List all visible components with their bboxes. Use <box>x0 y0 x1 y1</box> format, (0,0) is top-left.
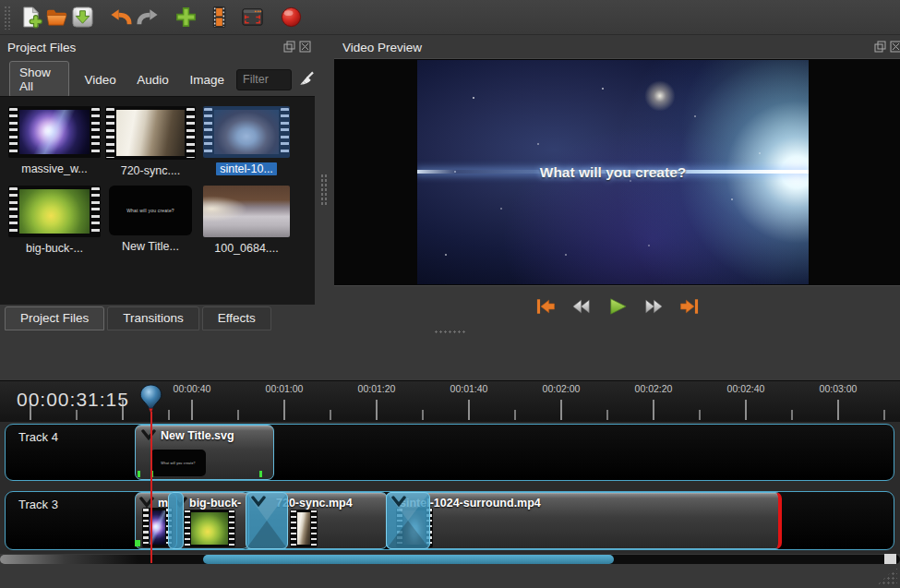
file-item-new-title[interactable]: What will you create? New Title... <box>103 186 198 253</box>
transition-menu-chevron-icon[interactable] <box>391 496 406 507</box>
file-thumbnail <box>19 189 90 234</box>
rewind-button[interactable] <box>568 294 595 318</box>
clip-label: big-buck- <box>189 497 241 510</box>
tab-effects[interactable]: Effects <box>202 306 271 330</box>
file-thumbnail <box>203 186 290 237</box>
ruler-label: 00:02:00 <box>520 383 603 394</box>
clip-label: New Title.svg <box>161 429 234 442</box>
fast-forward-button[interactable] <box>640 294 667 318</box>
file-item-100-0684[interactable]: 100_0684.... <box>199 186 294 255</box>
playhead-timecode: 00:00:31:15 <box>17 389 129 411</box>
import-files-button[interactable] <box>173 5 198 30</box>
clip-menu-chevron-icon[interactable] <box>141 429 156 440</box>
video-preview-window-controls <box>874 41 900 53</box>
fullscreen-icon <box>241 6 264 29</box>
jump-to-end-button[interactable] <box>676 294 703 318</box>
redo-icon <box>136 6 159 29</box>
file-thumbnail <box>214 110 279 154</box>
keyframe-tick <box>138 471 140 477</box>
transition-1[interactable] <box>168 492 184 549</box>
file-thumbnail <box>116 110 185 156</box>
open-project-icon <box>45 6 68 29</box>
playhead-marker[interactable] <box>139 384 162 414</box>
undo-icon <box>110 6 133 29</box>
timeline-toolbar: + − 20 seconds <box>0 338 900 380</box>
play-button[interactable] <box>604 294 631 318</box>
ruler-label: 00:01:40 <box>427 383 510 394</box>
jump-to-end-icon <box>678 297 702 316</box>
jump-to-start-button[interactable] <box>532 294 559 318</box>
save-project-button[interactable] <box>69 5 95 30</box>
float-panel-icon[interactable] <box>874 41 886 53</box>
playhead-line[interactable] <box>150 412 152 563</box>
ruler-label: 00:01:00 <box>243 383 326 394</box>
import-files-icon <box>174 6 198 29</box>
fullscreen-button[interactable] <box>239 5 265 30</box>
video-preview-frame: What will you create? <box>417 60 809 284</box>
filter-tab-show-all[interactable]: Show All <box>9 61 69 98</box>
file-label: 100_0684.... <box>210 242 282 255</box>
keyframe-tick <box>135 540 138 546</box>
rewind-icon <box>570 297 594 316</box>
file-label: big-buck-... <box>22 242 87 255</box>
clear-filter-broom-icon[interactable] <box>298 69 315 90</box>
close-panel-icon[interactable] <box>299 41 311 53</box>
file-item-big-buck[interactable]: big-buck-... <box>7 186 102 255</box>
file-label: sintel-10... <box>216 162 277 175</box>
redo-button[interactable] <box>134 5 160 30</box>
filter-tab-audio[interactable]: Audio <box>129 69 176 90</box>
choose-profile-button[interactable] <box>206 5 232 30</box>
clip-new-title[interactable]: New Title.svg What will you create? <box>135 425 274 480</box>
file-item-massive[interactable]: massive_w... <box>7 106 102 175</box>
ruler-label: 00:02:20 <box>612 383 695 394</box>
transition-menu-chevron-icon[interactable] <box>251 496 266 507</box>
tab-project-files[interactable]: Project Files <box>5 306 104 330</box>
ruler-label: 00:01:20 <box>335 383 418 394</box>
clip-sintel[interactable]: sintel-1024-surround.mp4 <box>386 492 782 549</box>
new-project-button[interactable] <box>18 5 43 30</box>
clip-thumbnail <box>184 510 235 547</box>
title-thumb-text: What will you create? <box>126 208 174 213</box>
ruler-label: 00:02:40 <box>704 383 787 394</box>
ruler-label: 00:00:40 <box>150 383 234 394</box>
ruler-label: 00:03:00 <box>797 383 880 394</box>
project-files-window-controls <box>283 41 311 53</box>
file-label: massive_w... <box>18 162 91 175</box>
scrollbar-corner <box>884 554 896 564</box>
transition-3[interactable] <box>386 492 430 549</box>
file-item-720-sync[interactable]: 720-sync.... <box>103 106 198 177</box>
filmstrip-holes <box>9 108 18 156</box>
ruler-minor-ticks <box>0 410 900 420</box>
transport-controls <box>334 288 900 325</box>
window-resize-grip[interactable] <box>877 567 897 585</box>
tab-transitions[interactable]: Transitions <box>107 306 199 330</box>
open-project-button[interactable] <box>43 5 69 30</box>
filter-tab-image[interactable]: Image <box>183 69 233 90</box>
panel-splitter-horizontal[interactable] <box>434 330 467 334</box>
transition-2[interactable] <box>246 492 288 549</box>
jump-to-start-icon <box>534 297 558 316</box>
dock-tabs: Project Files Transitions Effects <box>5 306 271 330</box>
clip-thumbnail: What will you create? <box>150 450 206 476</box>
keyframe-tick <box>259 471 262 477</box>
clip-thumbnail <box>290 510 318 547</box>
file-thumbnail <box>19 110 90 154</box>
timeline-ruler[interactable]: 00:00:40 00:01:00 00:01:20 00:01:40 00:0… <box>0 380 900 422</box>
toolbar-drag-handle[interactable] <box>4 6 12 30</box>
filter-input[interactable] <box>236 69 292 90</box>
openshot-window: Project Files Show All Video Audio Image <box>0 0 900 588</box>
float-panel-icon[interactable] <box>283 41 295 53</box>
track-name: Track 3 <box>18 498 58 511</box>
close-panel-icon[interactable] <box>890 41 900 53</box>
save-project-icon <box>71 6 94 29</box>
file-item-sintel[interactable]: sintel-10... <box>199 106 294 175</box>
fast-forward-icon <box>642 297 666 316</box>
file-label: New Title... <box>118 240 183 253</box>
panel-splitter-vertical[interactable] <box>320 174 327 205</box>
undo-button[interactable] <box>108 5 134 30</box>
filter-tab-video[interactable]: Video <box>77 69 123 90</box>
timeline-hscrollbar-thumb[interactable] <box>203 555 614 564</box>
film-profile-icon <box>208 6 231 29</box>
export-video-button[interactable] <box>278 5 304 30</box>
record-export-icon <box>280 6 303 29</box>
